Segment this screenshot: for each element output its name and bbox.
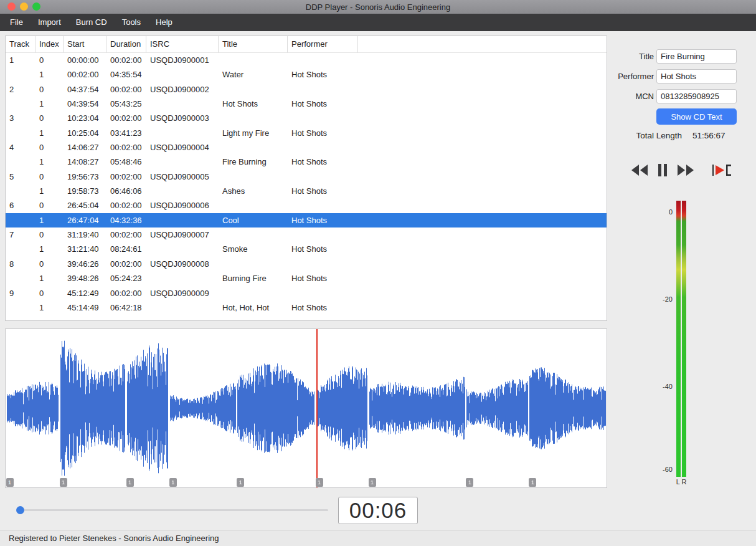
cell-title: Ashes	[219, 184, 288, 198]
track-start-marker[interactable]: 1	[466, 478, 473, 487]
close-button[interactable]	[7, 2, 16, 11]
minimize-button[interactable]	[20, 2, 28, 11]
cell-duration: 00:02:00	[106, 198, 146, 213]
table-body: 1000:00:0000:02:00USQDJ0900001100:02:000…	[6, 53, 607, 315]
table-row[interactable]: 100:02:0004:35:54WaterHot Shots	[6, 67, 607, 82]
cell-title	[219, 286, 288, 300]
cell-track	[6, 271, 35, 285]
column-header-track[interactable]: Track	[6, 36, 35, 52]
table-row[interactable]: 6026:45:0400:02:00USQDJ0900006	[6, 198, 607, 213]
cell-index: 0	[35, 228, 64, 242]
column-header-start[interactable]: Start	[64, 36, 106, 52]
column-header-duration[interactable]: Duration	[106, 36, 146, 52]
table-row[interactable]: 7031:19:4000:02:00USQDJ0900007	[6, 228, 607, 242]
menu-item-import[interactable]: Import	[31, 14, 69, 31]
track-start-marker[interactable]: 1	[529, 478, 536, 487]
track-start-marker[interactable]: 1	[237, 478, 244, 487]
title-bar: DDP Player - Sonoris Audio Engineering	[0, 0, 756, 14]
title-field-row: Title	[615, 49, 752, 64]
table-row[interactable]: 110:25:0403:41:23Light my FireHot Shots	[6, 126, 607, 140]
track-start-marker[interactable]: 1	[60, 478, 67, 487]
track-start-marker[interactable]: 1	[6, 478, 14, 487]
column-header-isrc[interactable]: ISRC	[146, 36, 219, 52]
performer-input[interactable]	[656, 69, 737, 84]
table-row[interactable]: 145:14:4906:42:18Hot, Hot, HotHot Shots	[6, 300, 607, 315]
cell-index: 1	[35, 300, 64, 315]
cell-duration: 06:46:06	[106, 184, 146, 198]
table-row[interactable]: 3010:23:0400:02:00USQDJ0900003	[6, 111, 607, 125]
cell-start: 31:21:40	[64, 242, 106, 256]
cell-isrc	[146, 155, 219, 169]
fast-forward-button[interactable]	[678, 165, 694, 178]
cell-track: 2	[6, 82, 35, 97]
rewind-button[interactable]	[631, 165, 648, 178]
cell-index: 1	[35, 67, 64, 82]
column-header-index[interactable]: Index	[35, 36, 64, 52]
registration-text: Registered to Pieter Stenekes - Sonoris …	[9, 534, 219, 543]
menu-item-help[interactable]: Help	[148, 14, 180, 31]
table-row[interactable]: 4014:06:2700:02:00USQDJ0900004	[6, 140, 607, 155]
mcn-input[interactable]	[656, 89, 737, 103]
show-cd-text-button[interactable]: Show CD Text	[656, 108, 737, 125]
cell-duration: 03:41:23	[106, 126, 146, 140]
pause-button[interactable]	[658, 164, 668, 178]
table-row[interactable]: 5019:56:7300:02:00USQDJ0900005	[6, 170, 607, 184]
cell-duration: 00:02:00	[106, 53, 146, 67]
column-header-performer[interactable]: Performer	[288, 36, 358, 52]
cell-isrc: USQDJ0900001	[146, 53, 219, 67]
cell-duration: 08:24:61	[106, 242, 146, 256]
cell-isrc	[146, 184, 219, 198]
cell-track: 8	[6, 257, 35, 271]
cell-isrc: USQDJ0900004	[146, 140, 219, 155]
cell-title	[219, 111, 288, 125]
table-row[interactable]: 2004:37:5400:02:00USQDJ0900002	[6, 82, 607, 97]
menu-item-file[interactable]: File	[2, 14, 31, 31]
column-header-title[interactable]: Title	[219, 36, 288, 52]
cell-isrc: USQDJ0900006	[146, 198, 219, 213]
table-row-selected[interactable]: 126:47:0404:32:36CoolHot Shots	[6, 213, 607, 228]
track-start-marker[interactable]: 1	[316, 478, 323, 487]
transport-controls	[631, 163, 731, 179]
fast-forward-icon	[678, 165, 694, 178]
cell-start: 26:47:04	[64, 213, 106, 228]
cell-isrc	[146, 67, 219, 82]
cell-start: 26:45:04	[64, 198, 106, 213]
waveform-canvas[interactable]	[6, 329, 607, 487]
cell-track	[6, 184, 35, 198]
play-marker-button[interactable]	[712, 163, 731, 179]
meter-bar-right	[682, 201, 686, 477]
seek-slider-track[interactable]	[17, 509, 328, 511]
cell-duration: 05:48:46	[106, 155, 146, 169]
table-row[interactable]: 119:58:7306:46:06AshesHot Shots	[6, 184, 607, 198]
table-row[interactable]: 131:21:4008:24:61SmokeHot Shots	[6, 242, 607, 256]
title-input[interactable]	[656, 49, 737, 64]
menu-item-tools[interactable]: Tools	[115, 14, 148, 31]
table-row[interactable]: 1000:00:0000:02:00USQDJ0900001	[6, 53, 607, 67]
cell-duration: 05:24:23	[106, 271, 146, 285]
cell-title: Burning Fire	[219, 271, 288, 285]
cell-title	[219, 228, 288, 242]
menu-item-burn-cd[interactable]: Burn CD	[69, 14, 115, 31]
cell-track: 4	[6, 140, 35, 155]
table-row[interactable]: 104:39:5405:43:25Hot ShotsHot Shots	[6, 97, 607, 111]
seek-slider-knob[interactable]	[16, 506, 24, 514]
track-start-marker[interactable]: 1	[169, 478, 177, 487]
cell-track: 5	[6, 170, 35, 184]
total-length-value: 51:56:67	[692, 131, 725, 140]
table-row[interactable]: 9045:12:4900:02:00USQDJ0900009	[6, 286, 607, 300]
rewind-icon	[631, 165, 648, 178]
cell-start: 31:19:40	[64, 228, 106, 242]
table-row[interactable]: 8039:46:2600:02:00USQDJ0900008	[6, 257, 607, 271]
zoom-button[interactable]	[32, 2, 40, 11]
cell-performer: Hot Shots	[288, 97, 358, 111]
cell-index: 0	[35, 111, 64, 125]
cell-duration: 04:35:54	[106, 67, 146, 82]
cell-performer: Hot Shots	[288, 242, 358, 256]
track-start-marker[interactable]: 1	[369, 478, 376, 487]
cell-title: Hot, Hot, Hot	[219, 300, 288, 315]
waveform-panel[interactable]: 111111111	[5, 328, 607, 488]
table-row[interactable]: 114:08:2705:48:46Fire BurningHot Shots	[6, 155, 607, 169]
cell-performer	[288, 140, 358, 155]
track-start-marker[interactable]: 1	[126, 478, 134, 487]
table-row[interactable]: 139:48:2605:24:23Burning FireHot Shots	[6, 271, 607, 285]
